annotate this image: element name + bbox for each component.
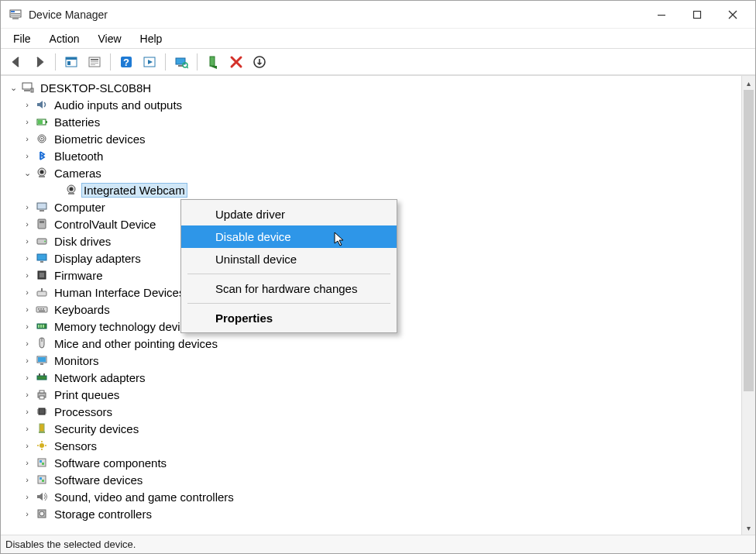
hid-icon [35, 285, 49, 299]
expander-icon[interactable]: › [21, 236, 33, 246]
forward-button[interactable] [29, 51, 50, 73]
tree-category-20[interactable]: ›Software components [1, 454, 740, 471]
scroll-down-button[interactable]: ▾ [742, 521, 755, 535]
tree-category-18[interactable]: ›Security devices [1, 420, 740, 437]
expander-icon[interactable]: › [21, 219, 33, 229]
software-icon [35, 473, 49, 487]
tree-category-14[interactable]: ›Monitors [1, 352, 740, 369]
action-toolbar-button[interactable] [139, 51, 160, 73]
context-menu-scan-hardware[interactable]: Scan for hardware changes [181, 277, 397, 300]
expander-icon[interactable]: › [21, 458, 33, 467]
tree-category-22[interactable]: ›Sound, video and game controllers [1, 488, 740, 505]
svg-rect-42 [40, 221, 44, 223]
expander-icon[interactable]: › [21, 100, 33, 109]
context-menu-uninstall-device[interactable]: Uninstall device [181, 248, 397, 270]
menu-help[interactable]: Help [132, 31, 170, 46]
disable-device-toolbar-button[interactable] [249, 51, 270, 73]
expander-icon[interactable]: › [21, 202, 33, 212]
tree-category-13[interactable]: ›Mice and other pointing devices [1, 335, 740, 352]
svg-rect-77 [40, 424, 44, 432]
expander-icon[interactable]: › [21, 305, 33, 314]
computer-root-icon [21, 81, 35, 95]
svg-rect-45 [37, 254, 46, 260]
expander-icon[interactable]: › [21, 373, 33, 382]
expander-icon[interactable]: › [21, 492, 33, 501]
expander-icon[interactable]: › [21, 270, 33, 280]
expander-icon[interactable]: › [21, 509, 33, 518]
svg-rect-6 [694, 11, 701, 18]
minimize-button[interactable] [644, 3, 679, 26]
context-menu-properties[interactable]: Properties [181, 307, 397, 329]
enable-device-button[interactable] [202, 51, 224, 73]
svg-rect-68 [40, 391, 44, 393]
menu-view[interactable]: View [90, 31, 129, 46]
tree-item-label: Monitors [52, 353, 101, 368]
expander-icon[interactable]: › [21, 441, 33, 450]
svg-rect-22 [210, 57, 215, 66]
security-icon [35, 422, 49, 435]
tree-category-19[interactable]: ›Sensors [1, 437, 740, 454]
menu-action[interactable]: Action [42, 31, 88, 46]
help-toolbar-button[interactable]: ? [115, 51, 137, 73]
expander-icon[interactable]: › [21, 134, 33, 143]
tree-category-17[interactable]: ›Processors [1, 403, 740, 420]
tree-category-4[interactable]: ⌄Cameras [1, 164, 740, 181]
tree-root[interactable]: ⌄DESKTOP-SLC0B8H [1, 79, 740, 96]
svg-line-21 [187, 67, 188, 68]
tree-category-2[interactable]: ›Biometric devices [1, 130, 740, 147]
expander-icon[interactable]: › [21, 339, 33, 348]
toolbar: ? [1, 49, 755, 75]
tree-item-label: Bluetooth [52, 149, 105, 163]
monitor-icon [35, 353, 49, 367]
svg-point-34 [40, 170, 44, 174]
scroll-up-button[interactable]: ▴ [742, 76, 755, 90]
back-button[interactable] [5, 51, 27, 73]
expander-icon[interactable]: › [21, 287, 33, 297]
expander-icon[interactable]: ⌄ [21, 168, 33, 178]
scroll-thumb[interactable] [744, 90, 754, 391]
context-menu-update-driver[interactable]: Update driver [181, 203, 397, 225]
tree-item-label: Memory technology devices [52, 319, 201, 334]
vertical-scrollbar[interactable]: ▴ ▾ [741, 76, 755, 535]
properties-toolbar-button[interactable] [84, 51, 105, 73]
tree-item-integrated-webcam[interactable]: Integrated Webcam [1, 181, 740, 198]
mouse-icon [35, 336, 49, 350]
expander-icon[interactable]: › [21, 424, 33, 433]
tree-item-label: Software devices [52, 473, 145, 487]
scroll-track[interactable] [742, 90, 755, 521]
tree-category-1[interactable]: ›Batteries [1, 113, 740, 130]
tree-category-16[interactable]: ›Print queues [1, 386, 740, 403]
maximize-button[interactable] [679, 3, 715, 26]
expander-icon[interactable]: › [21, 356, 33, 365]
show-hide-console-button[interactable] [60, 51, 82, 73]
tree-item-label: Cameras [52, 166, 104, 181]
svg-rect-69 [40, 396, 44, 399]
expander-icon[interactable]: › [21, 151, 33, 160]
expander-icon[interactable]: › [21, 322, 33, 331]
expander-icon[interactable]: › [21, 475, 33, 484]
tree-category-23[interactable]: ›Storage controllers [1, 505, 740, 522]
svg-rect-48 [40, 273, 44, 277]
svg-rect-64 [37, 376, 46, 380]
computer-icon [35, 200, 49, 214]
svg-rect-70 [39, 408, 45, 415]
tree-category-15[interactable]: ›Network adapters [1, 369, 740, 386]
toolbar-separator [165, 53, 166, 71]
scan-hardware-button[interactable] [170, 51, 192, 73]
svg-rect-3 [11, 15, 20, 15]
context-menu-disable-device[interactable]: Disable device [181, 225, 397, 248]
uninstall-device-button[interactable] [225, 51, 247, 73]
expander-icon[interactable]: › [21, 253, 33, 263]
svg-rect-63 [40, 363, 43, 365]
expander-icon[interactable]: ⌄ [7, 83, 19, 93]
svg-rect-84 [40, 477, 42, 480]
expander-icon[interactable]: › [21, 117, 33, 126]
tree-category-3[interactable]: ›Bluetooth [1, 147, 740, 164]
svg-rect-55 [39, 311, 45, 312]
close-button[interactable] [715, 3, 751, 26]
tree-category-0[interactable]: ›Audio inputs and outputs [1, 96, 740, 113]
tree-category-21[interactable]: ›Software devices [1, 471, 740, 488]
expander-icon[interactable]: › [21, 390, 33, 399]
menu-file[interactable]: File [5, 31, 39, 46]
expander-icon[interactable]: › [21, 407, 33, 416]
